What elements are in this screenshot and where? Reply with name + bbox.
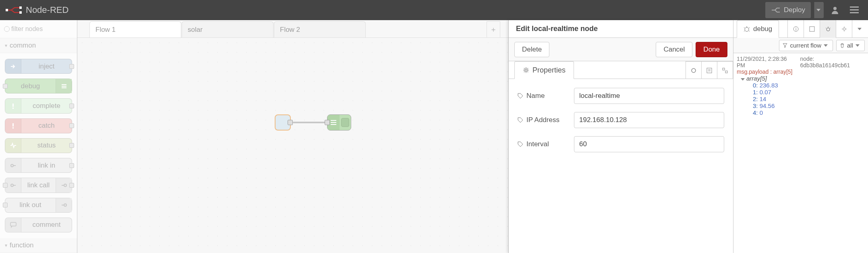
debug-array-header[interactable]: array[5]	[741, 75, 865, 82]
svg-rect-21	[331, 124, 336, 125]
svg-rect-6	[850, 12, 859, 13]
svg-rect-0	[6, 9, 8, 11]
link-in-icon	[5, 178, 21, 192]
svg-rect-12	[12, 123, 14, 126]
deploy-button[interactable]: Deploy	[765, 2, 811, 18]
done-button[interactable]: Done	[696, 42, 727, 57]
debug-array-item[interactable]: 1: 0.07	[741, 89, 865, 95]
tab-flow-1[interactable]: Flow 1	[89, 21, 181, 37]
category-label: common	[10, 41, 36, 50]
svg-rect-26	[725, 71, 727, 73]
palette-nodes: injectdebugcompletecatchstatuslink inlin…	[0, 53, 77, 238]
palette-category-common[interactable]: ▾common	[0, 38, 77, 53]
app-logo	[6, 6, 22, 15]
ip-address-label: IP Address	[518, 116, 568, 124]
sidebar-help-icon[interactable]	[804, 20, 820, 38]
sidebar-debug-icon[interactable]	[820, 20, 836, 38]
debug-array-item[interactable]: 3: 94.56	[741, 102, 865, 109]
category-label: function	[10, 241, 34, 249]
sidebar-config-icon[interactable]	[836, 20, 852, 38]
filter-nodes-input[interactable]	[4, 23, 73, 35]
palette-node-link-out[interactable]: link out	[5, 198, 72, 213]
delete-button[interactable]: Delete	[514, 42, 549, 57]
svg-point-22	[525, 69, 527, 71]
svg-rect-5	[850, 9, 859, 10]
palette-node-status[interactable]: status	[5, 138, 72, 153]
canvas-node-selected[interactable]	[275, 114, 291, 131]
tag-icon	[518, 93, 523, 99]
list-icon	[56, 79, 72, 93]
deploy-label: Deploy	[784, 6, 805, 14]
palette-node-link-call[interactable]: link call	[5, 178, 72, 193]
svg-point-3	[833, 7, 837, 10]
deploy-menu-toggle[interactable]	[814, 2, 824, 18]
svg-rect-1	[19, 6, 22, 9]
palette-node-complete[interactable]: complete	[5, 98, 72, 113]
editor-tray: Edit local-realtime node Delete Cancel D…	[508, 20, 733, 253]
sidebar-info-icon[interactable]: i	[787, 20, 804, 38]
tab-flow-2[interactable]: Flow 2	[274, 21, 366, 37]
node-settings-icon[interactable]	[686, 61, 702, 79]
exclaim-r-icon	[5, 119, 21, 133]
palette-node-inject[interactable]: inject	[5, 59, 72, 74]
svg-point-16	[64, 184, 66, 187]
node-appearance-icon[interactable]	[717, 61, 733, 79]
debug-clear-dropdown[interactable]: all	[836, 40, 865, 51]
svg-point-17	[64, 204, 66, 206]
svg-rect-20	[331, 122, 336, 123]
link-out-icon	[56, 198, 72, 212]
palette-node-debug[interactable]: debug	[5, 79, 72, 93]
name-input[interactable]	[574, 88, 724, 104]
palette-node-link-in[interactable]: link in	[5, 158, 72, 173]
svg-rect-2	[19, 11, 22, 14]
properties-tab-label: Properties	[532, 66, 566, 75]
interval-label: Interval	[518, 140, 568, 148]
sidebar-tab-debug[interactable]: debug	[737, 20, 779, 38]
svg-rect-25	[723, 68, 725, 70]
app-title: Node-RED	[26, 5, 765, 15]
output-port	[69, 183, 74, 188]
interval-input[interactable]	[574, 136, 724, 152]
palette-node-comment[interactable]: comment	[5, 218, 72, 232]
debug-array-item[interactable]: 4: 0	[741, 109, 865, 116]
debug-meta: 11/29/2021, 2:28:36 PM node: 6db3b8a1614…	[737, 56, 865, 68]
exclaim-g-icon	[5, 99, 21, 113]
palette-node-label: debug	[5, 82, 56, 90]
deploy-icon	[771, 7, 781, 13]
palette-node-label: complete	[21, 102, 72, 110]
user-icon[interactable]	[827, 2, 843, 18]
tab-solar[interactable]: solar	[182, 21, 273, 37]
debug-payload-label: msg.payload : array[5]	[737, 68, 865, 75]
sidebar-more-icon[interactable]	[852, 20, 868, 38]
pulse-icon	[5, 139, 21, 153]
properties-tab[interactable]: Properties	[514, 61, 574, 79]
svg-point-15	[11, 184, 13, 187]
svg-rect-19	[331, 120, 336, 121]
node-description-icon[interactable]	[701, 61, 717, 79]
debug-array-item[interactable]: 0: 236.83	[741, 82, 865, 89]
tag-icon	[518, 117, 523, 123]
canvas-node-debug[interactable]	[327, 114, 351, 131]
flow-canvas[interactable]	[77, 38, 508, 253]
svg-rect-10	[12, 104, 14, 107]
svg-rect-11	[12, 108, 14, 109]
filter-icon	[783, 43, 787, 48]
palette-node-label: link in	[21, 162, 72, 170]
editor-title: Edit local-realtime node	[509, 20, 733, 38]
svg-point-31	[827, 28, 830, 31]
chevron-down-icon: ▾	[5, 43, 7, 48]
cancel-button[interactable]: Cancel	[656, 42, 692, 57]
ip-address-input[interactable]	[574, 112, 724, 128]
palette-node-catch[interactable]: catch	[5, 118, 72, 133]
svg-rect-8	[62, 86, 66, 87]
svg-rect-30	[810, 27, 814, 31]
menu-icon[interactable]	[846, 2, 862, 18]
svg-rect-13	[12, 127, 14, 129]
debug-filter-dropdown[interactable]: current flow	[779, 40, 833, 51]
debug-array-item[interactable]: 2: 14	[741, 95, 865, 102]
palette-category-function[interactable]: ▾function	[0, 238, 77, 253]
trash-icon	[840, 43, 845, 48]
add-tab-button[interactable]: ＋	[487, 21, 500, 37]
palette-node-label: link out	[5, 201, 56, 209]
debug-output[interactable]: 11/29/2021, 2:28:36 PM node: 6db3b8a1614…	[733, 53, 868, 253]
